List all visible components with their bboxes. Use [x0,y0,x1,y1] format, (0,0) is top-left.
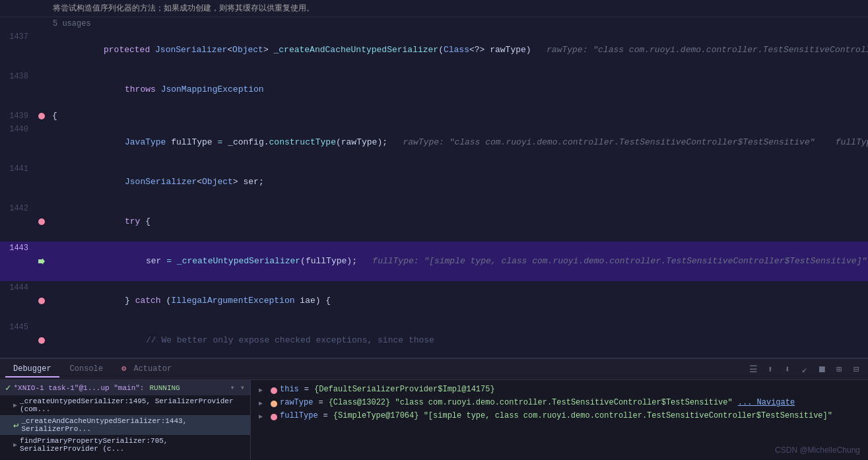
table-row: 1443 ser = _createUntypedSerializer(full… [0,242,868,281]
tab-console[interactable]: Console [62,362,111,378]
panel-toolbar: ☰ ⬆ ⬇ ↙ ⏹ ⊞ ⊟ [747,363,863,376]
breakpoint [38,337,45,344]
code-content: JavaType fullType = _config.constructTyp… [47,123,868,162]
top-hint: 将尝试构造值序列化器的方法；如果成功创建，则将其缓存以供重复使用。 [0,0,868,17]
table-row: 1441 JsonSerializer<Object> ser; [0,162,868,202]
variable-item: ▶ this = {DefaultSerializerProvider$Impl… [256,383,863,396]
var-value: {Class@13022} "class com.ruoyi.demo.cont… [329,398,733,407]
thread-item[interactable]: ✓ *XNIO-1 task-1"@1...up "main": RUNNING… [0,380,250,395]
var-expand-icon[interactable]: ▶ [259,399,268,407]
line-number: 1441 [0,162,36,202]
code-container: 1437 protected JsonSerializer<Object> _c… [0,30,868,358]
gutter [36,202,47,242]
panel-tabs: Debugger Console ⚙ Actuator ☰ ⬆ ⬇ ↙ ⏹ ⊞ … [0,359,868,380]
actuator-icon: ⚙ [121,364,126,374]
table-row: 1438 throws JsonMappingException [0,70,868,110]
variable-item: ▶ rawType = {Class@13022} "class com.ruo… [256,396,863,409]
breakpoint [38,113,45,119]
table-row: 1439 { [0,110,868,123]
toolbar-grid-btn[interactable]: ⊞ [832,363,846,376]
variable-item: ▶ fullType = {SimpleType@17064} "[simple… [256,409,863,422]
stack-frame-label: _createAndCacheUntypedSerializer:1443, S… [21,417,245,433]
var-value: {DefaultSerializerProvider$Impl@14175} [314,385,495,394]
panel-content: ✓ *XNIO-1 task-1"@1...up "main": RUNNING… [0,380,868,460]
line-number: 1443 [0,242,36,281]
var-type-icon [271,401,277,407]
expand-icon[interactable]: ▾ [240,383,245,393]
var-type-icon [271,414,277,420]
gutter [36,110,47,123]
var-equals: = [304,385,309,394]
gutter [36,30,47,70]
table-row: 1445 // We better only expose checked ex… [0,321,868,358]
var-expand-icon[interactable]: ▶ [259,386,268,394]
line-number: 1442 [0,202,36,242]
toolbar-columns-btn[interactable]: ⊟ [850,363,863,376]
table-row: 1437 protected JsonSerializer<Object> _c… [0,30,868,70]
var-name: this [280,385,299,394]
code-content: protected JsonSerializer<Object> _create… [47,30,868,70]
tab-debugger[interactable]: Debugger [5,362,59,378]
code-content: } catch (IllegalArgumentException iae) { [47,281,868,321]
line-number: 1437 [0,30,36,70]
code-content: // We better only expose checked excepti… [47,321,868,358]
toolbar-up-btn[interactable]: ⬆ [764,363,777,376]
gutter [36,281,47,321]
line-number: 1440 [0,123,36,162]
breakpoint [38,298,45,304]
stack-item-selected[interactable]: ↩ _createAndCacheUntypedSerializer:1443,… [0,415,250,435]
var-name: rawType [280,398,313,407]
right-panel: ▶ this = {DefaultSerializerProvider$Impl… [251,380,868,460]
thread-check-icon: ✓ [5,382,11,393]
usages-line: 5 usages [0,17,868,30]
toolbar-stop-btn[interactable]: ⏹ [815,363,828,376]
table-row: 1440 JavaType fullType = _config.constru… [0,123,868,162]
code-content: throws JsonMappingException [47,70,868,110]
thread-status: RUNNING [149,384,180,392]
table-row: 1444 } catch (IllegalArgumentException i… [0,281,868,321]
toolbar-step-btn[interactable]: ↙ [798,363,811,376]
code-content: { [47,110,868,123]
stack-arrow-icon: ▶ [13,401,17,409]
code-content: JsonSerializer<Object> ser; [47,162,868,202]
stack-item[interactable]: ▶ _createUntypedSerializer:1495, Seriali… [0,395,250,415]
stack-arrow-icon: ▶ [13,441,17,449]
gutter [36,162,47,202]
filter-icon[interactable]: ▾ [230,383,235,393]
breakpoint [38,218,45,225]
var-expand-icon[interactable]: ▶ [259,412,268,420]
code-lines: 1437 protected JsonSerializer<Object> _c… [0,30,868,358]
gutter [36,321,47,358]
line-number: 1438 [0,70,36,110]
line-number: 1439 [0,110,36,123]
var-equals: = [323,411,328,420]
var-name: fullType [280,411,318,420]
gutter [36,123,47,162]
line-number: 1445 [0,321,36,358]
thread-name: *XNIO-1 task-1"@1...up "main": [13,384,144,392]
toolbar-list-btn[interactable]: ☰ [747,363,760,376]
gutter [36,242,47,281]
var-value: {SimpleType@17064} "[simple type, class … [333,411,832,420]
tab-actuator[interactable]: ⚙ Actuator [114,361,180,378]
code-content: try { [47,202,868,242]
code-content: ser = _createUntypedSerializer(fullType)… [47,242,868,281]
stack-frame-label: _createUntypedSerializer:1495, Serialize… [20,397,245,413]
stack-frame-label: findPrimaryPropertySerializer:705, Seria… [20,437,245,453]
bottom-panel: Debugger Console ⚙ Actuator ☰ ⬆ ⬇ ↙ ⏹ ⊞ … [0,358,868,460]
return-arrow-icon: ↩ [13,420,18,431]
table-row: 1442 try { [0,202,868,242]
usages-count: 5 usages [53,19,91,28]
watermark: CSDN @MichelleChung [775,445,860,455]
current-line-arrow [38,258,45,265]
editor-area: 将尝试构造值序列化器的方法；如果成功创建，则将其缓存以供重复使用。 5 usag… [0,0,868,358]
top-comment-text: 将尝试构造值序列化器的方法；如果成功创建，则将其缓存以供重复使用。 [53,4,314,13]
left-panel: ✓ *XNIO-1 task-1"@1...up "main": RUNNING… [0,380,251,460]
var-type-icon [271,387,277,394]
line-number: 1444 [0,281,36,321]
gutter [36,70,47,110]
stack-item[interactable]: ▶ findPrimaryPropertySerializer:705, Ser… [0,435,250,455]
toolbar-download-btn[interactable]: ⬇ [781,363,794,376]
var-equals: = [318,398,323,407]
navigate-link[interactable]: ... Navigate [738,398,795,407]
